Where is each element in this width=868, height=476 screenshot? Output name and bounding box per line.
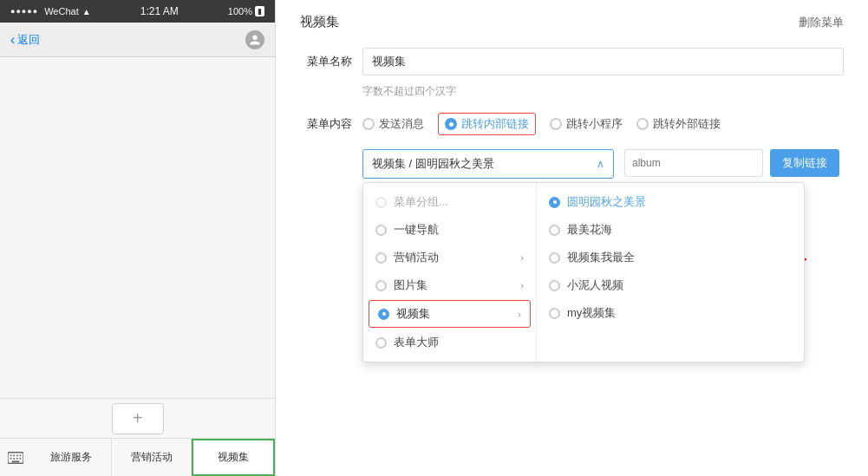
popup-item-yuanming[interactable]: 圆明园秋之美景	[537, 188, 804, 216]
popup-radio-best-video	[549, 252, 560, 264]
radio-miniprogram-label: 跳转小程序	[566, 116, 623, 132]
popup-left-list: 菜单分组... 一键导航 营销活动 › 图片集 ›	[363, 183, 537, 362]
back-label: 返回	[17, 32, 40, 48]
dropdown-area: 视频集 / 圆明园秋之美景 ∧ 菜单分组... 一键导航	[362, 149, 844, 179]
popup-yuanming-label: 圆明园秋之美景	[567, 194, 646, 210]
popup-my-video-label: my视频集	[567, 305, 616, 321]
chevron-up-icon: ∧	[597, 158, 604, 170]
tab-marketing[interactable]: 营销活动	[112, 439, 193, 476]
radio-internal-link[interactable]: 跳转内部链接	[438, 113, 536, 135]
popup-radio-faded	[375, 197, 387, 208]
back-arrow-icon: ‹	[10, 32, 15, 48]
status-bar: ●●●●● WeChat ▲ 1:21 AM 100% ▮	[0, 0, 275, 23]
popup-radio-mud	[549, 280, 560, 291]
popup-radio-one-nav	[375, 225, 387, 236]
svg-rect-1	[10, 454, 12, 456]
popup-radio-marketing	[375, 252, 387, 264]
popup-item-photo[interactable]: 图片集 ›	[363, 271, 536, 299]
svg-rect-6	[13, 458, 15, 460]
popup-radio-form	[375, 337, 387, 349]
phone-bottom: + 旅游服务	[0, 398, 275, 476]
add-menu-button[interactable]: +	[112, 403, 164, 434]
popup-marketing-label: 营销活动	[394, 250, 439, 265]
popup-item-best-video[interactable]: 视频集我最全	[537, 244, 804, 271]
avatar	[245, 30, 264, 49]
popup-radio-photo	[375, 280, 387, 291]
status-left: ●●●●● WeChat ▲	[10, 6, 91, 16]
nav-bar: ‹ 返回	[0, 23, 275, 57]
tab-video[interactable]: 视频集	[192, 439, 275, 476]
back-button[interactable]: ‹ 返回	[10, 32, 40, 48]
menu-name-input[interactable]	[362, 48, 844, 75]
radio-miniprogram-circle	[550, 118, 562, 130]
time-label: 1:21 AM	[140, 5, 179, 17]
popup-item-marketing[interactable]: 营销活动 ›	[363, 244, 536, 271]
menu-content-label: 菜单内容	[300, 116, 352, 132]
phone-content	[0, 57, 275, 398]
delete-menu-button[interactable]: 删除菜单	[799, 15, 844, 30]
radio-internal-link-circle	[445, 118, 457, 130]
dropdown-popup: 菜单分组... 一键导航 营销活动 › 图片集 ›	[362, 182, 805, 362]
config-panel: 视频集 删除菜单 菜单名称 字数不超过四个汉字 菜单内容 发送消息 跳转内部链接…	[276, 0, 868, 476]
arrow-video-icon: ›	[518, 309, 521, 319]
popup-one-nav-label: 一键导航	[394, 222, 439, 238]
radio-external-link-label: 跳转外部链接	[653, 116, 721, 132]
menu-content-row: 菜单内容 发送消息 跳转内部链接 跳转小程序 跳转外部链接	[300, 113, 844, 135]
radio-send-msg[interactable]: 发送消息	[362, 116, 424, 132]
radio-internal-link-label: 跳转内部链接	[461, 116, 529, 132]
menu-name-row: 菜单名称	[300, 48, 844, 75]
tab-travel[interactable]: 旅游服务	[31, 439, 112, 476]
url-input[interactable]	[624, 149, 763, 177]
arrow-photo-icon: ›	[520, 280, 524, 290]
popup-right-list: 圆明园秋之美景 最美花海 视频集我最全 小泥人视频	[537, 183, 804, 362]
popup-mud-label: 小泥人视频	[567, 277, 623, 293]
menu-name-label: 菜单名称	[300, 54, 352, 69]
radio-miniprogram[interactable]: 跳转小程序	[550, 116, 623, 132]
popup-item-faded: 菜单分组...	[363, 188, 536, 216]
popup-radio-flower	[549, 225, 560, 236]
radio-external-link-circle	[636, 118, 649, 130]
dropdown-container: 视频集 / 圆明园秋之美景 ∧ 菜单分组... 一键导航	[362, 149, 614, 179]
svg-rect-7	[16, 458, 18, 460]
popup-faded-label: 菜单分组...	[394, 194, 448, 210]
popup-item-one-nav[interactable]: 一键导航	[363, 216, 536, 244]
svg-rect-3	[16, 454, 18, 456]
radio-send-msg-circle	[362, 118, 375, 130]
keyboard-icon[interactable]	[0, 452, 31, 464]
battery-icon: ▮	[255, 6, 264, 16]
radio-send-msg-label: 发送消息	[379, 116, 424, 132]
popup-item-form[interactable]: 表单大师	[363, 329, 536, 356]
dropdown-select[interactable]: 视频集 / 圆明园秋之美景 ∧	[362, 149, 614, 179]
popup-item-mud[interactable]: 小泥人视频	[537, 271, 804, 299]
radio-external-link[interactable]: 跳转外部链接	[636, 116, 721, 132]
add-btn-row: +	[0, 399, 275, 438]
popup-radio-video	[378, 309, 389, 320]
popup-item-my-video[interactable]: my视频集	[537, 299, 804, 327]
dropdown-selected-text: 视频集 / 圆明园秋之美景	[372, 156, 494, 172]
popup-best-video-label: 视频集我最全	[567, 250, 635, 265]
signal-icon: ●●●●●	[10, 7, 38, 16]
config-title: 视频集	[300, 14, 339, 30]
svg-rect-2	[13, 454, 15, 456]
battery-pct: 100%	[228, 6, 252, 16]
popup-item-flower[interactable]: 最美花海	[537, 216, 804, 244]
tab-bar: 旅游服务 营销活动 视频集	[0, 438, 275, 476]
radio-group: 发送消息 跳转内部链接 跳转小程序 跳转外部链接	[362, 113, 721, 135]
char-hint: 字数不超过四个汉字	[362, 84, 844, 99]
popup-radio-yuanming	[549, 197, 560, 208]
tab-travel-label: 旅游服务	[50, 450, 92, 465]
popup-item-video[interactable]: 视频集 ›	[369, 300, 531, 328]
svg-rect-5	[10, 458, 12, 460]
tab-marketing-label: 营销活动	[131, 450, 173, 465]
popup-photo-label: 图片集	[394, 277, 427, 293]
svg-rect-8	[20, 458, 22, 460]
plus-icon: +	[133, 408, 143, 428]
carrier-label: WeChat	[44, 6, 79, 16]
wifi-icon: ▲	[82, 7, 91, 16]
popup-flower-label: 最美花海	[567, 222, 612, 238]
config-header: 视频集 删除菜单	[300, 14, 844, 30]
copy-link-button[interactable]: 复制链接	[770, 149, 839, 177]
url-copy-area: 复制链接	[624, 149, 839, 177]
svg-rect-9	[12, 460, 20, 462]
popup-radio-my-video	[549, 308, 560, 319]
